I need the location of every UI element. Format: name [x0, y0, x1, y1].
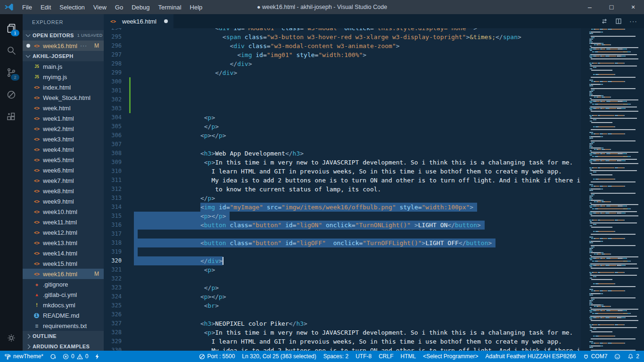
line-number[interactable]: 297	[104, 50, 127, 59]
line-number[interactable]: 308	[104, 149, 127, 158]
code-line-304[interactable]: 304 <p>	[104, 113, 581, 122]
line-number[interactable]: 327	[104, 319, 127, 328]
code-line-310[interactable]: 310 I learn HTML and GIT in prevoius wee…	[104, 167, 581, 176]
line-number[interactable]: 329	[104, 337, 127, 346]
line-number[interactable]: 313	[104, 194, 127, 203]
code-line-316[interactable]: 316 <button class="button" id="ligON" on…	[104, 221, 581, 230]
line-number[interactable]: 320	[104, 256, 127, 265]
indentation-selector[interactable]: Spaces: 2	[323, 353, 348, 360]
file-item-main.js[interactable]: JSmain.js	[23, 61, 104, 72]
settings-gear-icon[interactable]	[0, 327, 23, 349]
line-number[interactable]: 309	[104, 158, 127, 167]
file-item-week13.html[interactable]: <>week13.html	[23, 238, 104, 248]
file-item-week7.html[interactable]: <>week7.html	[23, 175, 104, 186]
more-actions-icon[interactable]: ···	[629, 18, 637, 25]
file-item-week12.html[interactable]: <>week12.html	[23, 227, 104, 238]
code-line-320[interactable]: 320 </div>	[104, 256, 581, 265]
extensions-icon[interactable]	[0, 106, 23, 128]
source-control-icon[interactable]: 2	[0, 61, 23, 83]
line-number[interactable]: 299	[104, 68, 127, 77]
live-server-port[interactable]: Port : 5500	[199, 353, 235, 360]
open-changes-icon[interactable]	[601, 18, 608, 25]
code-line-330[interactable]: 330 My idea is to add 2 buttons one is t…	[104, 346, 581, 351]
feedback-smiley[interactable]	[614, 354, 620, 360]
code-line-298[interactable]: 298 </div>	[104, 59, 581, 68]
menu-terminal[interactable]: Terminal	[154, 4, 185, 11]
line-number[interactable]: 295	[104, 33, 127, 41]
code-line-305[interactable]: 305 </p>	[104, 122, 581, 131]
arduino-examples-header[interactable]: ARDUINO EXAMPLES	[23, 341, 104, 351]
file-item-myimg.js[interactable]: JSmyimg.js	[23, 72, 104, 82]
file-item-week1.html[interactable]: <>week1.html	[23, 113, 104, 123]
maximize-button[interactable]: □	[601, 0, 622, 14]
code-line-296[interactable]: 296 <div class="w3-modal-content w3-anim…	[104, 41, 581, 50]
file-item-requirements.txt[interactable]: ≡requirements.txt	[23, 321, 104, 331]
file-item-week4.html[interactable]: <>week4.html	[23, 144, 104, 155]
file-item-.gitlab-ci.yml[interactable]: ▲.gitlab-ci.yml	[23, 289, 104, 300]
code-line-318[interactable]: 318 <button class="button" id="ligOFF" o…	[104, 239, 581, 247]
code-area[interactable]: 294 <div id="Modal01" class="w3-modal" o…	[104, 28, 644, 351]
line-number[interactable]: 326	[104, 310, 127, 319]
line-number[interactable]: 296	[104, 41, 127, 50]
file-item-README.md[interactable]: iREADME.md	[23, 310, 104, 321]
line-number[interactable]: 330	[104, 346, 127, 351]
line-number[interactable]: 306	[104, 131, 127, 140]
line-number[interactable]: 305	[104, 122, 127, 131]
line-number[interactable]: 314	[104, 203, 127, 212]
line-number[interactable]: 300	[104, 77, 127, 86]
code-line-303[interactable]: 303	[104, 104, 581, 113]
code-line-324[interactable]: 324 <p></p>	[104, 292, 581, 301]
code-line-313[interactable]: 313 </p>	[104, 194, 581, 203]
problems-status-item[interactable]: 0 0	[63, 353, 88, 360]
line-number[interactable]: 312	[104, 185, 127, 194]
code-line-308[interactable]: 308 <h3>Web App Development</h3>	[104, 149, 581, 158]
menu-file[interactable]: File	[18, 4, 36, 11]
sync-status-item[interactable]	[50, 354, 56, 360]
code-line-302[interactable]: 302	[104, 95, 581, 104]
file-item-index.html[interactable]: <>index.html	[23, 82, 104, 92]
line-number[interactable]: 328	[104, 328, 127, 337]
code-line-294[interactable]: 294 <div id="Modal01" class="w3-modal" o…	[104, 28, 581, 33]
line-number[interactable]: 319	[104, 247, 127, 256]
explorer-icon[interactable]: 1	[0, 17, 23, 39]
file-item-week8.html[interactable]: <>week8.html	[23, 186, 104, 196]
line-number[interactable]: 302	[104, 95, 127, 104]
code-line-322[interactable]: 322	[104, 274, 581, 283]
code-line-321[interactable]: 321 <p>	[104, 265, 581, 274]
line-number[interactable]: 318	[104, 239, 127, 247]
search-icon[interactable]	[0, 39, 23, 61]
file-item-week2.html[interactable]: <>week2.html	[23, 123, 104, 134]
line-number[interactable]: 322	[104, 274, 127, 283]
code-line-301[interactable]: 301	[104, 86, 581, 95]
code-line-323[interactable]: 323 </p>	[104, 283, 581, 292]
debug-icon[interactable]	[0, 83, 23, 106]
file-item-week5.html[interactable]: <>week5.html	[23, 155, 104, 165]
code-line-315[interactable]: 315 <p></p>	[104, 212, 581, 221]
file-item-week15.html[interactable]: <>week15.html	[23, 258, 104, 269]
code-line-327[interactable]: 327 <h3>NEOPIXEL color Piker</h3>	[104, 319, 581, 328]
menu-view[interactable]: View	[89, 4, 111, 11]
line-number[interactable]: 325	[104, 301, 127, 310]
split-editor-icon[interactable]	[615, 18, 622, 25]
code-line-307[interactable]: 307	[104, 140, 581, 149]
encoding-selector[interactable]: UTF-8	[355, 353, 372, 360]
code-line-309[interactable]: 309 <p>In this time i m very new to JAVA…	[104, 158, 581, 167]
file-item-Week_Stock.html[interactable]: <>Week_Stock.html	[23, 92, 104, 103]
file-item-mkdocs.yml[interactable]: !mkdocs.yml	[23, 300, 104, 310]
menu-go[interactable]: Go	[111, 4, 127, 11]
file-item-week6.html[interactable]: <>week6.html	[23, 165, 104, 175]
code-line-328[interactable]: 328 <p>In this time i m very new to JAVA…	[104, 328, 581, 337]
line-number[interactable]: 298	[104, 59, 127, 68]
minimap[interactable]	[581, 28, 644, 351]
line-number[interactable]: 321	[104, 265, 127, 274]
code-line-326[interactable]: 326	[104, 310, 581, 319]
line-number[interactable]: 301	[104, 86, 127, 95]
dirty-indicator-icon[interactable]	[164, 19, 168, 23]
line-number[interactable]: 303	[104, 104, 127, 113]
cursor-position[interactable]: Ln 320, Col 25 (363 selected)	[242, 353, 316, 360]
line-number[interactable]: 311	[104, 176, 127, 185]
more-actions-icon[interactable]: ···	[80, 42, 87, 49]
notifications-bell[interactable]: 2	[627, 353, 639, 360]
programmer-selector[interactable]: <Select Programmer>	[423, 353, 478, 360]
line-number[interactable]: 294	[104, 28, 127, 33]
